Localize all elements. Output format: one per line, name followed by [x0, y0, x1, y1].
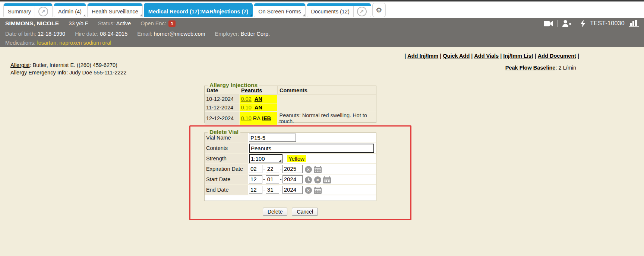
expiration-month-input[interactable]: [249, 165, 262, 173]
gears-icon: ⚙: [376, 6, 382, 15]
separator: |: [578, 53, 579, 59]
column-comments: Comments: [278, 86, 376, 95]
section-title: Allergy Injections: [208, 82, 259, 89]
date-separator: -: [263, 176, 265, 182]
tab-stripe: [307, 3, 371, 6]
start-year-input[interactable]: [282, 175, 303, 183]
resize-grip-icon[interactable]: [278, 159, 281, 162]
reaction-code: RA: [253, 115, 261, 121]
clear-date-icon[interactable]: ×: [305, 166, 312, 173]
medications-label: Medications:: [5, 40, 35, 46]
tab-summary[interactable]: Summary ↗: [4, 3, 52, 17]
calendar-icon[interactable]: [314, 187, 322, 194]
date-separator: -: [263, 166, 265, 172]
status-label: Status:: [98, 20, 115, 26]
hire-date-label: Hire date:: [75, 31, 98, 37]
start-day-input[interactable]: [266, 175, 279, 183]
tab-documents[interactable]: Documents (12) ↗: [307, 3, 371, 17]
tab-stripe: [144, 3, 252, 6]
clear-date-icon[interactable]: ×: [305, 187, 312, 194]
patient-id: TEST-10030: [590, 20, 625, 27]
reaction-link[interactable]: AN: [255, 96, 262, 102]
reaction-link[interactable]: AN: [255, 105, 262, 111]
link-inj-imm-list[interactable]: Inj/Imm List: [503, 53, 533, 59]
calendar-icon[interactable]: [323, 176, 331, 183]
open-enc-label: Open Enc:: [141, 20, 166, 26]
date-separator: -: [280, 176, 282, 182]
status-value: Active: [116, 20, 131, 26]
peak-flow-value: : 2 L/min: [555, 65, 576, 71]
tab-admin[interactable]: Admin (4): [54, 3, 86, 17]
dob-value: 12-18-1990: [38, 31, 65, 37]
tab-health-surveillance[interactable]: Health Surveillance: [88, 3, 142, 17]
injection-dose-cell: 0.02AN: [239, 95, 278, 103]
separator: |: [404, 53, 406, 59]
strength-input[interactable]: [249, 154, 282, 163]
table-row: 12-12-2024 0.10RAIEB Peanuts: Normal red…: [205, 112, 376, 125]
tab-on-screen-forms[interactable]: On Screen Forms: [254, 3, 305, 17]
page: Summary ↗ Admin (4) Health Surveillance …: [0, 0, 644, 256]
dob-label: Date of birth:: [5, 31, 36, 37]
form-row: Contents: [205, 143, 376, 153]
peak-flow-link[interactable]: Peak Flow Baseline: [505, 65, 556, 71]
expiration-day-input[interactable]: [266, 165, 279, 173]
dropdown-fold-icon: [250, 14, 252, 16]
add-person-icon[interactable]: [562, 20, 571, 27]
delete-vial-section: Delete Vial Vial Name Contents Strength …: [204, 132, 376, 201]
allergist-link[interactable]: Allergist: [10, 62, 30, 68]
end-month-input[interactable]: [249, 186, 262, 194]
quick-links-bar: |Add Inj/Imm|Quick Add|Add Vials|Inj/Imm…: [403, 53, 581, 59]
separator: |: [440, 53, 441, 59]
link-add-inj-imm[interactable]: Add Inj/Imm: [407, 53, 438, 59]
dose-link[interactable]: 0.02: [241, 96, 252, 102]
patient-name: SIMMONS, NICOLE: [5, 20, 59, 27]
start-month-input[interactable]: [249, 175, 262, 183]
injection-dose-cell: 0.10RAIEB: [239, 112, 278, 125]
clear-date-icon[interactable]: ×: [314, 176, 321, 183]
allergist-text: : Butler, Internist E. ((260) 459-6270): [30, 62, 117, 68]
form-row: End Date --×: [205, 185, 376, 195]
email-value: horner@mieweb.com: [154, 31, 205, 37]
external-link-icon[interactable]: ↗: [357, 7, 367, 16]
injection-date: 10-12-2024: [205, 95, 239, 103]
tab-medical-record-active[interactable]: Medical Record (17):MAR/Injections (7): [144, 3, 252, 17]
end-day-input[interactable]: [266, 186, 279, 194]
dose-link[interactable]: 0.10: [241, 105, 252, 111]
video-camera-icon[interactable]: [544, 21, 553, 26]
delete-vial-form: Vial Name Contents Strength Yellow Expir…: [205, 133, 376, 195]
tab-bar: Summary ↗ Admin (4) Health Surveillance …: [0, 1, 644, 18]
settings-button[interactable]: ⚙: [373, 3, 385, 17]
delete-button[interactable]: Delete: [263, 208, 287, 216]
vial-name-input[interactable]: [249, 134, 296, 142]
employer-label: Employer:: [215, 31, 239, 37]
open-encounter-badge[interactable]: 1: [168, 20, 176, 27]
chart-icon[interactable]: [629, 20, 639, 27]
calendar-icon[interactable]: [314, 166, 322, 173]
external-link-icon[interactable]: ↗: [38, 7, 48, 16]
tab-stripe: [88, 3, 142, 6]
tab-stripe: [4, 3, 52, 6]
link-add-document[interactable]: Add Document: [538, 53, 576, 59]
form-buttons: Delete Cancel: [204, 208, 376, 216]
contents-input[interactable]: [249, 144, 374, 153]
link-add-vials[interactable]: Add Vials: [474, 53, 499, 59]
strength-label: Strength: [205, 153, 248, 164]
medications-value[interactable]: losartan, naproxen sodium oral: [37, 40, 111, 46]
tab-label: Admin (4): [58, 9, 82, 15]
injection-comment: [278, 103, 376, 112]
injection-dose-cell: 0.10AN: [239, 103, 278, 112]
form-row: Strength Yellow: [205, 153, 376, 164]
clock-icon[interactable]: [305, 176, 312, 183]
link-quick-add[interactable]: Quick Add: [443, 53, 470, 59]
end-year-input[interactable]: [282, 186, 303, 194]
allergy-injections-section: Allergy Injections Date Peanuts Comments…: [204, 86, 376, 123]
cancel-button[interactable]: Cancel: [292, 208, 318, 216]
expiration-year-input[interactable]: [282, 165, 303, 173]
dose-link[interactable]: 0.10: [241, 115, 252, 121]
date-separator: -: [263, 187, 265, 193]
allergy-emergency-link[interactable]: Allergy Emergency Info: [10, 70, 66, 76]
start-date-label: Start Date: [205, 174, 248, 185]
reaction-link[interactable]: IEB: [262, 115, 271, 121]
lightning-icon[interactable]: [581, 20, 585, 27]
divider: [557, 20, 558, 27]
